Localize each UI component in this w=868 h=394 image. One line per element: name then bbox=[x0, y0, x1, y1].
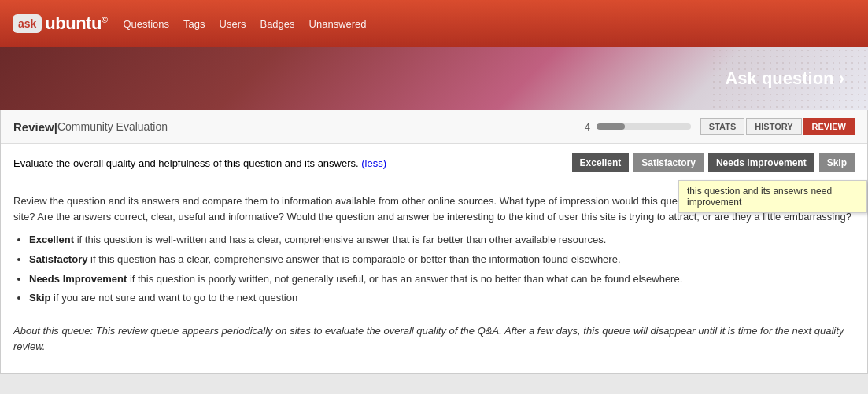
eval-buttons: Excellent Satisfactory Needs Improvement… bbox=[572, 153, 855, 172]
criterion-excellent: Excellent if this question is well-writt… bbox=[29, 232, 855, 249]
progress-number: 4 bbox=[585, 121, 590, 133]
criterion-needs-improvement: Needs Improvement if this question is po… bbox=[29, 271, 855, 288]
about-queue: About this queue: This review queue appe… bbox=[13, 315, 855, 354]
site-logo[interactable]: ask ubuntu© bbox=[13, 13, 108, 34]
btn-excellent[interactable]: Excellent bbox=[572, 153, 630, 172]
main-nav: Questions Tags Users Badges Unanswered bbox=[124, 18, 367, 30]
nav-unanswered[interactable]: Unanswered bbox=[309, 18, 367, 30]
tab-review[interactable]: REVIEW bbox=[803, 118, 855, 135]
ask-badge: ask bbox=[13, 14, 42, 33]
main-content: Review | Community Evaluation 4 STATS HI… bbox=[0, 110, 868, 374]
ubuntu-text: ubuntu© bbox=[45, 13, 107, 34]
btn-satisfactory[interactable]: Satisfactory bbox=[633, 153, 704, 172]
nav-tags[interactable]: Tags bbox=[183, 18, 205, 30]
review-subtitle: Community Evaluation bbox=[57, 120, 168, 133]
progress-container: 4 bbox=[585, 121, 691, 133]
eval-section: Evaluate the overall quality and helpful… bbox=[1, 144, 867, 182]
criterion-skip: Skip if you are not sure and want to go … bbox=[29, 290, 855, 307]
progress-bar-fill bbox=[597, 123, 625, 130]
btn-needs-improvement[interactable]: Needs Improvement bbox=[708, 153, 814, 172]
review-tabs: STATS HISTORY REVIEW bbox=[700, 118, 855, 135]
nav-questions[interactable]: Questions bbox=[124, 18, 170, 30]
site-header: ask ubuntu© Questions Tags Users Badges … bbox=[0, 0, 868, 47]
tab-history[interactable]: HISTORY bbox=[746, 118, 801, 135]
criterion-skip-term: Skip bbox=[29, 292, 50, 304]
nav-users[interactable]: Users bbox=[220, 18, 246, 30]
criterion-needs-improvement-term: Needs Improvement bbox=[29, 273, 127, 285]
page-banner: Ask question › bbox=[0, 47, 868, 110]
tab-stats[interactable]: STATS bbox=[700, 118, 744, 135]
criterion-satisfactory: Satisfactory if this question has a clea… bbox=[29, 252, 855, 268]
progress-bar bbox=[597, 123, 691, 130]
tooltip-box: this question and its ansewrs need impro… bbox=[678, 180, 867, 213]
review-header-right: 4 STATS HISTORY REVIEW bbox=[585, 118, 855, 135]
criterion-satisfactory-term: Satisfactory bbox=[29, 253, 87, 265]
review-title: Review bbox=[13, 120, 54, 134]
eval-label: Evaluate the overall quality and helpful… bbox=[13, 157, 386, 169]
criteria-list: Excellent if this question is well-writt… bbox=[29, 232, 855, 307]
less-link[interactable]: (less) bbox=[361, 157, 386, 169]
btn-skip[interactable]: Skip bbox=[819, 153, 855, 172]
review-header: Review | Community Evaluation 4 STATS HI… bbox=[1, 110, 867, 144]
criterion-excellent-term: Excellent bbox=[29, 234, 74, 245]
nav-badges[interactable]: Badges bbox=[260, 18, 294, 30]
ask-question-button[interactable]: Ask question › bbox=[725, 68, 844, 89]
